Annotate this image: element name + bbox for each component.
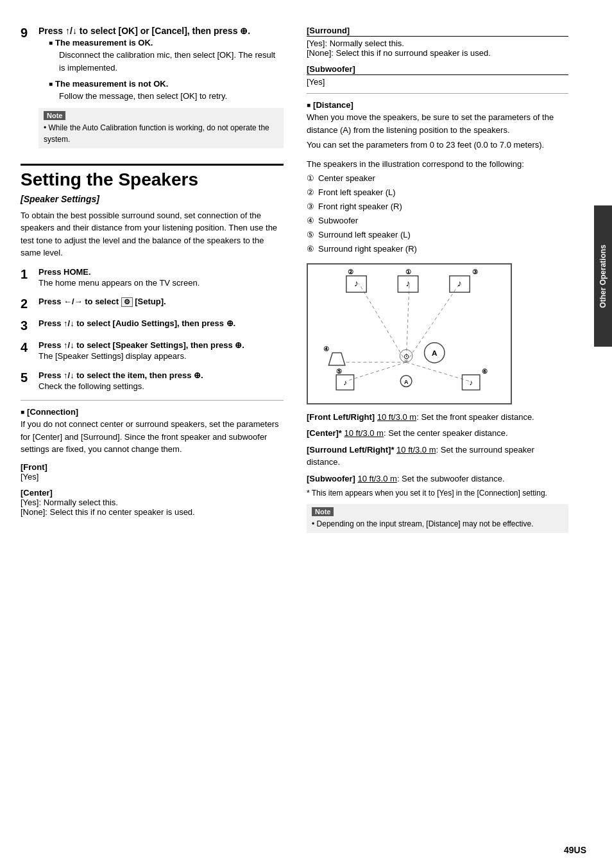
center-label: [Center] [21, 488, 284, 498]
section-title: Setting the Speakers [21, 164, 284, 190]
section-intro: To obtain the best possible surround sou… [21, 209, 284, 259]
speaker-diagram: ♪ ② ♪ ① ♪ ③ ④ A ⊙ [307, 263, 512, 404]
subwoofer-block: [Subwoofer] [Yes] [307, 64, 568, 87]
svg-text:⑤: ⑤ [336, 367, 342, 374]
speaker-label-1: Center speaker [318, 171, 375, 186]
speaker-num-1: ① [307, 171, 318, 186]
svg-text:②: ② [348, 268, 353, 275]
speaker-label-6: Surround right speaker (R) [318, 242, 417, 256]
distance-surround: [Surround Left/Right]* 10 ft/3.0 m: Set … [307, 444, 568, 469]
surround-block: [Surround] [Yes]: Normally select this. … [307, 26, 568, 58]
speaker-label-5: Surround left speaker (L) [318, 228, 411, 242]
speaker-label-2: Front left speaker (L) [318, 186, 396, 200]
distance-center: [Center]* 10 ft/3.0 m: Set the center sp… [307, 427, 568, 440]
subwoofer-value: [Yes] [307, 77, 568, 87]
note-text: • While the Auto Calibration function is… [44, 122, 278, 145]
subwoofer-label: [Subwoofer] [307, 64, 568, 75]
front-label: [Front] [21, 462, 284, 472]
step-5-title: Press ↑/↓ to select the item, then press… [38, 370, 284, 380]
step-5-detail: Check the following settings. [38, 380, 284, 393]
front-block: [Front] [Yes] [21, 462, 284, 482]
distance-heading: [Distance] [307, 100, 568, 110]
notok-heading: The measurement is not OK. [49, 79, 284, 89]
speaker-num-3: ③ [307, 200, 318, 214]
step-3-title: Press ↑/↓ to select [Audio Settings], th… [38, 318, 284, 328]
note-label: Note [44, 111, 65, 120]
list-item: ① Center speaker [307, 171, 568, 186]
center-yes: [Yes]: Normally select this. [21, 498, 284, 507]
svg-text:♪: ♪ [343, 378, 347, 386]
step-2-content: Press ←/→ to select ⚙ [Setup]. [38, 297, 284, 307]
step-2: 2 Press ←/→ to select ⚙ [Setup]. [21, 297, 284, 311]
distance-text1: When you move the speakers, be sure to s… [307, 111, 568, 136]
step-1-detail: The home menu appears on the TV screen. [38, 277, 284, 290]
step-5-content: Press ↑/↓ to select the item, then press… [38, 370, 284, 393]
step-5: 5 Press ↑/↓ to select the item, then pre… [21, 370, 284, 393]
svg-text:④: ④ [323, 345, 329, 352]
svg-text:⑥: ⑥ [482, 367, 488, 374]
setup-icon: ⚙ [121, 297, 133, 307]
svg-text:♪: ♪ [457, 279, 462, 288]
list-item: ⑥ Surround right speaker (R) [307, 242, 568, 256]
step-1-content: Press HOME. The home menu appears on the… [38, 267, 284, 290]
distance-subwoofer: [Subwoofer] 10 ft/3.0 m: Set the subwoof… [307, 473, 568, 485]
step-4-title: Press ↑/↓ to select [Speaker Settings], … [38, 340, 284, 350]
note-box-2: Note • Depending on the input stream, [D… [307, 504, 568, 533]
svg-text:♪: ♪ [354, 279, 359, 288]
section-subtitle: [Speaker Settings] [21, 194, 284, 204]
step-2-number: 2 [21, 297, 38, 311]
speaker-num-6: ⑥ [307, 242, 318, 256]
ok-heading: The measurement is OK. [49, 38, 284, 48]
distance-block: [Distance] When you move the speakers, b… [307, 100, 568, 152]
svg-text:③: ③ [472, 268, 478, 275]
step-9-content: Press ↑/↓ to select [OK] or [Cancel], th… [38, 26, 284, 153]
step-4-content: Press ↑/↓ to select [Speaker Settings], … [38, 340, 284, 363]
step-4-detail: The [Speaker Settings] display appears. [38, 350, 284, 363]
step-4-number: 4 [21, 340, 38, 354]
step-4: 4 Press ↑/↓ to select [Speaker Settings]… [21, 340, 284, 363]
svg-line-0 [359, 283, 406, 362]
surround-none: [None]: Select this if no surround speak… [307, 48, 568, 58]
svg-text:①: ① [405, 268, 411, 275]
speaker-num-4: ④ [307, 214, 318, 228]
note-box-step9: Note • While the Auto Calibration functi… [38, 108, 284, 148]
connection-heading: [Connection] [21, 407, 284, 417]
svg-text:A: A [432, 349, 438, 357]
note2-text: • Depending on the input stream, [Distan… [312, 518, 563, 530]
step-1: 1 Press HOME. The home menu appears on t… [21, 267, 284, 290]
ok-text: Disconnect the calibration mic, then sel… [59, 49, 284, 74]
divider-2 [307, 93, 568, 94]
speaker-num-2: ② [307, 186, 318, 200]
step-3-content: Press ↑/↓ to select [Audio Settings], th… [38, 318, 284, 328]
surround-label: [Surround] [307, 26, 568, 37]
step-9-number: 9 [21, 26, 38, 40]
front-value: [Yes] [21, 472, 284, 482]
step-1-title: Press HOME. [38, 267, 284, 277]
list-item: ⑤ Surround left speaker (L) [307, 228, 568, 242]
svg-text:♪: ♪ [406, 279, 411, 288]
svg-text:♪: ♪ [469, 378, 473, 386]
asterisk-note: * This item appears when you set it to [… [307, 489, 568, 498]
illustration-text: The speakers in the illustration corresp… [307, 158, 568, 171]
center-none: [None]: Select this if no center speaker… [21, 507, 284, 517]
step-9-title: Press ↑/↓ to select [OK] or [Cancel], th… [38, 26, 284, 36]
center-block: [Center] [Yes]: Normally select this. [N… [21, 488, 284, 517]
svg-line-5 [406, 362, 469, 381]
speaker-label-4: Subwoofer [318, 214, 358, 228]
list-item: ④ Subwoofer [307, 214, 568, 228]
divider-1 [21, 400, 284, 401]
connection-block: [Connection] If you do not connect cente… [21, 407, 284, 456]
svg-marker-15 [328, 352, 345, 365]
side-tab-text: Other Operations [599, 245, 608, 308]
connection-text: If you do not connect center or surround… [21, 418, 284, 456]
note2-label: Note [312, 507, 334, 516]
page-number: 49US [564, 845, 586, 855]
surround-yes: [Yes]: Normally select this. [307, 39, 568, 48]
step-3: 3 Press ↑/↓ to select [Audio Settings], … [21, 318, 284, 333]
step-9-notok: The measurement is not OK. Follow the me… [49, 79, 284, 103]
distance-text2: You can set the parameters from 0 to 23 … [307, 139, 568, 152]
speaker-label-3: Front right speaker (R) [318, 200, 402, 214]
side-tab: Other Operations [594, 205, 612, 347]
distance-front: [Front Left/Right] 10 ft/3.0 m: Set the … [307, 411, 568, 424]
list-item: ③ Front right speaker (R) [307, 200, 568, 214]
